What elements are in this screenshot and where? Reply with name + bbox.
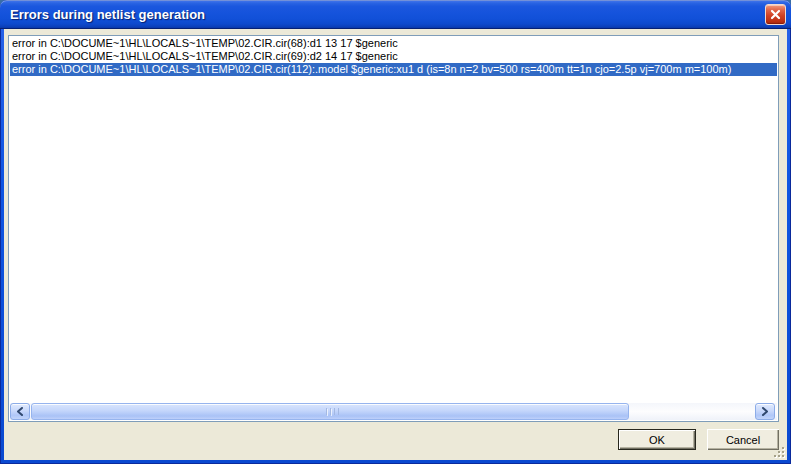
- close-button[interactable]: [765, 4, 786, 25]
- cancel-button[interactable]: Cancel: [707, 429, 779, 450]
- horizontal-scrollbar[interactable]: [10, 403, 777, 420]
- thumb-grip-icon: [330, 408, 331, 415]
- window-title: Errors during netlist generation: [10, 7, 205, 22]
- error-listbox[interactable]: error in C:\DOCUME~1\HL\LOCALS~1\TEMP\02…: [8, 35, 779, 422]
- dialog-button-row: OK Cancel: [618, 429, 779, 450]
- scrollbar-thumb[interactable]: [31, 403, 629, 420]
- title-bar[interactable]: Errors during netlist generation: [0, 0, 791, 29]
- close-icon: [770, 9, 781, 20]
- ok-button[interactable]: OK: [618, 429, 696, 450]
- chevron-left-icon: [16, 407, 24, 416]
- resize-grip[interactable]: [772, 445, 786, 459]
- list-item[interactable]: error in C:\DOCUME~1\HL\LOCALS~1\TEMP\02…: [10, 50, 777, 63]
- dialog-client-area: error in C:\DOCUME~1\HL\LOCALS~1\TEMP\02…: [4, 29, 787, 460]
- scroll-right-button[interactable]: [755, 403, 775, 420]
- chevron-right-icon: [761, 407, 769, 416]
- error-list: error in C:\DOCUME~1\HL\LOCALS~1\TEMP\02…: [10, 37, 777, 76]
- list-item[interactable]: error in C:\DOCUME~1\HL\LOCALS~1\TEMP\02…: [10, 63, 777, 76]
- dialog-window: Errors during netlist generation error i…: [0, 0, 791, 464]
- list-item[interactable]: error in C:\DOCUME~1\HL\LOCALS~1\TEMP\02…: [10, 37, 777, 50]
- scroll-left-button[interactable]: [10, 403, 30, 420]
